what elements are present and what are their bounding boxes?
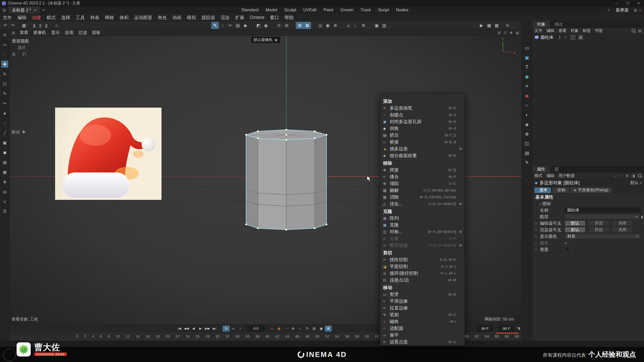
close-button[interactable]: ✕ xyxy=(633,0,644,7)
menu-item[interactable]: 角色 xyxy=(155,15,170,21)
render-view-button[interactable]: ▶ xyxy=(478,22,485,29)
next-key-button[interactable]: ▶▶ xyxy=(204,326,211,332)
preset-dropdown[interactable]: 默认▾ xyxy=(630,180,641,186)
deformer-icon[interactable]: ◐ xyxy=(523,111,531,119)
autokey-button[interactable]: ◉ xyxy=(275,326,283,332)
measure-icon[interactable]: ∟ xyxy=(352,22,360,29)
volume-icon[interactable]: ◉ xyxy=(523,92,531,100)
range-toggle-icon[interactable]: ▭ xyxy=(230,326,237,332)
context-menu-row[interactable]: ▣ 封闭多边形孔洞 M~D ⚙ xyxy=(380,118,465,125)
render-settings-button[interactable]: ▦ xyxy=(493,22,500,29)
attribute-menu-item[interactable]: 用户数据 xyxy=(556,173,577,178)
context-menu-row[interactable]: ▭ 熨烫 M~G ⚙ xyxy=(380,291,465,298)
document-tab[interactable]: 未标题 2 * ✕ xyxy=(9,7,39,14)
snap-toggle-icon[interactable]: ⊞ xyxy=(296,22,303,29)
solo-single-icon[interactable]: ◉ xyxy=(324,22,332,29)
layers-icon[interactable]: ☰ xyxy=(1,208,8,215)
spline-icon[interactable]: ◉ xyxy=(523,73,531,80)
attribute-menu-item[interactable]: 编辑 xyxy=(544,173,556,178)
context-menu-row[interactable]: ∪ 磁铁 M~I ⚙ xyxy=(380,318,465,325)
menu-item[interactable]: 文件 xyxy=(0,15,15,21)
search-icon[interactable] xyxy=(632,29,635,32)
menu-item[interactable]: 帮助 xyxy=(282,15,296,21)
annotate-icon[interactable]: ✎ xyxy=(523,159,531,166)
object-manager-menu-item[interactable]: 书签 xyxy=(593,28,605,33)
context-menu-row[interactable]: △ 优化... U~O, [U~Shift+O] ⚙ xyxy=(380,200,465,207)
record-indicator-icon[interactable]: ● xyxy=(639,8,644,12)
material-icon[interactable]: ◫ xyxy=(523,140,531,147)
object-manager-tab[interactable]: 场次 xyxy=(550,21,568,28)
context-menu-row[interactable]: ⊡ 连接点/边 M~M ⚙ xyxy=(380,277,465,283)
layout-item[interactable]: Standard xyxy=(238,8,262,13)
editor-default-button[interactable]: 默认 xyxy=(565,221,585,226)
create-point-icon[interactable]: ∴ xyxy=(219,22,226,29)
context-menu-row[interactable]: ◪ 平面切割 K~J, M~J ⚙ xyxy=(380,263,465,270)
minimize-button[interactable]: ─ xyxy=(611,0,622,7)
context-menu-row[interactable]: ━ 拉直边缘 ⚙ xyxy=(380,304,465,311)
menu-item[interactable]: 创建 xyxy=(29,15,44,21)
lock-x-button[interactable]: X xyxy=(31,22,37,29)
menu-item[interactable]: 动画 xyxy=(170,15,184,21)
workplane-mode-icon[interactable]: ▦ xyxy=(1,168,8,175)
context-menu-row[interactable]: ◫ 对称... M~H, [M~Shift+H] ⚙ xyxy=(380,228,465,235)
viewport-filter-icon[interactable]: ▦ xyxy=(20,22,28,29)
viewport-menu-item[interactable]: 查看 xyxy=(17,30,31,35)
axis-mode-icon[interactable]: ⊙ xyxy=(275,22,283,29)
play-button[interactable]: ▶ xyxy=(197,326,204,332)
context-menu-row[interactable]: ◈ 细分曲面权重 M~R ⚙ xyxy=(380,152,465,159)
scale-tool-icon[interactable]: ◰ xyxy=(1,80,8,87)
object-tree[interactable]: 圆柱体 ✓ ◠ ▦ xyxy=(532,34,644,166)
viewport-menu-item[interactable]: 过滤 xyxy=(76,30,89,35)
context-menu-row[interactable]: ⊗ 塌陷 U~C ⚙ xyxy=(380,180,465,187)
phong-tag-icon[interactable]: ◠ xyxy=(571,35,575,40)
render-on-button[interactable]: 开启 xyxy=(589,227,609,232)
context-menu-row[interactable]: ⇆ 滑动 M~O ⚙ xyxy=(380,345,465,346)
magnet-icon[interactable]: ∪ xyxy=(345,22,352,29)
timeline-mode-button[interactable]: ⊞ xyxy=(325,326,332,332)
layout-item[interactable]: Track xyxy=(357,8,374,13)
menu-item[interactable]: 模式 xyxy=(44,15,58,21)
context-menu-row[interactable]: ⊟ 分裂 U~P ⚙ xyxy=(380,235,465,242)
render-picture-viewer-button[interactable]: ▩ xyxy=(485,22,493,29)
menu-item[interactable]: 渲染 xyxy=(218,15,232,21)
context-menu-row[interactable]: ▩ 克隆 ⚙ xyxy=(380,221,465,228)
menu-item[interactable]: 编辑 xyxy=(15,15,29,21)
context-menu-row[interactable]: ▧ 消除 M~N, Ctrl+BS, Ctrl+Del ⚙ xyxy=(380,194,465,200)
context-menu-row[interactable]: ▨ 融解 U~Z, Alt+BS, Alt+Del ⚙ xyxy=(380,187,465,194)
context-menu-row[interactable]: ✎ 多边形画笔 M~E ⚙ xyxy=(380,105,465,111)
menu-item[interactable]: 模拟 xyxy=(184,15,199,21)
add-layout-button[interactable]: + xyxy=(605,8,612,13)
enable-axis-icon[interactable]: ⊕ xyxy=(1,178,8,185)
attribute-search-icon[interactable] xyxy=(638,174,641,177)
maximize-button[interactable]: ❐ xyxy=(622,0,633,7)
console-icon[interactable]: ▥ xyxy=(380,22,388,29)
viewport-menu-item[interactable]: 摄像机 xyxy=(31,30,49,35)
object-manager-menu-item[interactable]: 对象 xyxy=(569,28,581,33)
range-end-field[interactable]: 90 F xyxy=(477,326,493,332)
viewport-solo-icon[interactable]: ◎ xyxy=(1,188,8,195)
lock-y-button[interactable]: Y xyxy=(37,22,43,29)
object-manager-menu-item[interactable]: 标签 xyxy=(581,28,593,33)
selection-tag-icon[interactable]: ▦ xyxy=(578,35,583,40)
context-menu-row[interactable]: ▱ 展平 ⚙ xyxy=(380,332,465,338)
attribute-mode-tab[interactable]: 基本 xyxy=(534,188,551,193)
render-off-button[interactable]: 关闭 xyxy=(612,227,632,232)
layout-item[interactable]: Model xyxy=(262,8,280,13)
settings-icon[interactable]: ⚙ xyxy=(625,174,629,178)
coord-system-button[interactable]: ⌂ xyxy=(53,22,60,29)
polygon-pen-icon[interactable]: ✎ xyxy=(211,22,219,29)
goto-start-button[interactable]: |◀ xyxy=(176,326,183,332)
record-keyframe-button[interactable]: ● xyxy=(268,326,275,332)
redo-icon[interactable]: ↷ xyxy=(9,22,17,29)
range-end-field-2[interactable]: 90 F xyxy=(499,326,514,332)
texture-mode-icon[interactable]: ▨ xyxy=(1,159,8,166)
interactive-render-button[interactable]: ↻ xyxy=(504,22,511,29)
xray-checkbox[interactable] xyxy=(565,247,570,252)
menu-item[interactable]: 运动图形 xyxy=(131,15,155,21)
panel-icon[interactable]: ▤ xyxy=(632,8,638,12)
context-menu-row[interactable]: ▲ 挑多边形 ⚙ xyxy=(380,145,465,152)
points-mode-icon[interactable]: ∴ xyxy=(1,119,8,126)
rectangle-selection-icon[interactable]: ▭ xyxy=(1,41,8,48)
polygons-mode-icon[interactable]: ▣ xyxy=(1,139,8,146)
live-selection-icon[interactable]: ⊙ xyxy=(1,31,8,38)
